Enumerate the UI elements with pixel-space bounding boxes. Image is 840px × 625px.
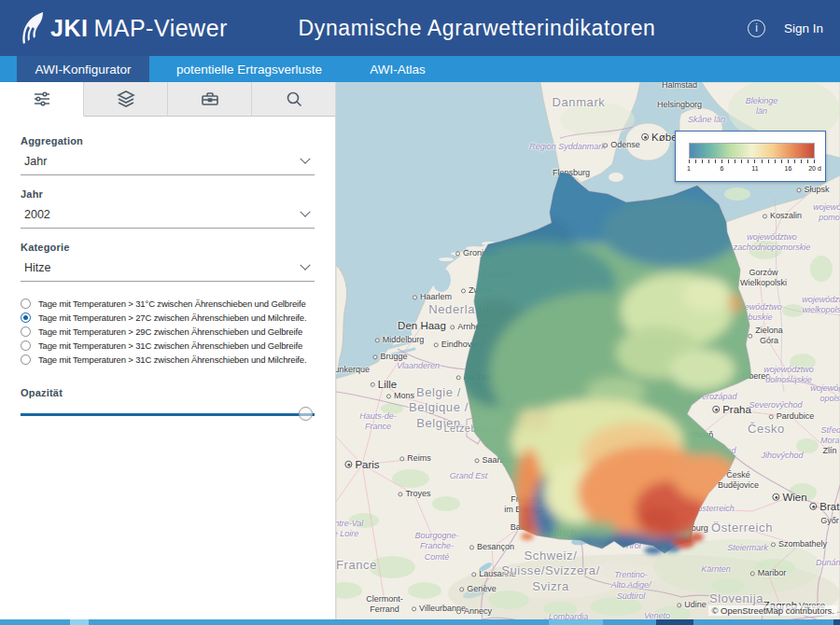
tab-filter-settings[interactable] <box>0 82 84 117</box>
city-dot-icon <box>399 457 404 462</box>
map-label: Koszalin <box>763 211 802 221</box>
city-dot-icon <box>677 604 681 608</box>
map-label: Bratislava <box>809 500 840 513</box>
radio-circle <box>21 299 31 309</box>
map-label: Skåne län <box>688 115 725 125</box>
map-label: Region Syddanmark <box>529 142 606 152</box>
map-label: Tirol <box>624 541 640 551</box>
indicator-radio-group: Tage mit Temperaturen > 31°C zwischen Äh… <box>21 299 315 365</box>
map-label: Basel <box>511 522 532 533</box>
city-dot-icon <box>733 276 737 281</box>
map-label: Halmstad <box>662 82 697 91</box>
map-label: Zwolle <box>461 285 493 296</box>
city-dot-icon <box>539 531 544 535</box>
map-label: Lausanne <box>471 569 516 579</box>
kategorie-field: Kategorie Hitze <box>21 242 315 282</box>
timeline-segment <box>549 619 603 625</box>
map-label: Pardubice <box>769 411 815 422</box>
tab-awi-atlas[interactable]: AWI-Atlas <box>349 56 446 82</box>
map-label: Letzebuerg <box>443 423 498 436</box>
toolbox-icon <box>201 90 219 108</box>
city-ring-icon <box>641 133 649 141</box>
map-label: Paris <box>344 458 379 471</box>
info-icon[interactable]: i <box>748 20 765 37</box>
map-label: Szombathely <box>771 539 827 549</box>
map-label: Blekinge län <box>746 96 778 118</box>
map-label: Brugge <box>372 352 407 362</box>
kategorie-select[interactable]: Hitze <box>21 253 315 282</box>
city-dot-icon <box>372 355 377 360</box>
aggregation-select[interactable]: Jahr <box>21 146 315 175</box>
header-actions: i Sign In <box>748 0 823 56</box>
map-label: Assen <box>481 270 511 280</box>
brand-name: JKI <box>50 15 88 42</box>
jahr-select[interactable]: 2002 <box>21 200 315 229</box>
tab-toolbox[interactable] <box>168 82 252 117</box>
filter-panel: Aggregation Jahr Jahr 2002 Kategorie Hit… <box>0 117 335 422</box>
sliders-icon <box>33 90 51 108</box>
city-dot-icon <box>748 334 752 339</box>
radio-option-5[interactable]: Tage mit Temperaturen > 31C zwischen Ähr… <box>21 354 315 365</box>
jahr-value: 2002 <box>24 208 50 221</box>
map-label: Zlín <box>822 446 836 456</box>
radio-option-4[interactable]: Tage mit Temperaturen > 31C zwischen Ähr… <box>21 340 315 351</box>
timeline-bar[interactable] <box>0 619 840 625</box>
jahr-label: Jahr <box>21 188 315 200</box>
map-label: Střední Morava <box>820 425 840 447</box>
city-dot-icon <box>456 376 461 381</box>
legend: 16111620 d <box>675 131 826 182</box>
legend-tick-labels: 16111620 d <box>689 165 815 174</box>
aggregation-value: Jahr <box>24 155 47 168</box>
city-dot-icon <box>763 215 767 219</box>
city-dot-icon <box>474 459 479 464</box>
city-dot-icon <box>386 395 391 399</box>
city-dot-icon <box>771 543 776 548</box>
city-dot-icon <box>750 572 755 576</box>
radio-option-1[interactable]: Tage mit Temperaturen > 31°C zwischen Äh… <box>21 299 315 309</box>
tab-potentielle-ertragsverluste[interactable]: potentielle Ertragsverluste <box>149 56 349 82</box>
map-label: Arnhem <box>450 322 487 332</box>
radio-option-2[interactable]: Tage mit Temperaturen > 27C zwischen Ähr… <box>21 312 315 323</box>
opacity-slider-track[interactable] <box>21 413 315 417</box>
opacity-slider-handle[interactable] <box>299 407 313 421</box>
city-ring-icon <box>772 493 779 501</box>
opacity-label: Opazität <box>21 387 315 398</box>
map-label: Zielona Góra <box>748 326 783 347</box>
sign-in-button[interactable]: Sign In <box>784 21 823 35</box>
map-label: Gorzów Wielkopolski <box>733 268 787 289</box>
city-dot-icon <box>769 415 774 420</box>
search-icon <box>285 90 303 108</box>
city-dot-icon <box>471 573 476 577</box>
map-label: Eindhoven <box>434 340 482 350</box>
tab-awi-konfigurator[interactable]: AWI-Konfigurator <box>17 56 149 82</box>
map-viewport[interactable]: DanmarkHalmstadHelsingborgBlekinge länSk… <box>336 82 840 625</box>
map-label: Severovýchod <box>749 400 802 410</box>
city-dot-icon <box>796 188 801 193</box>
tab-search[interactable] <box>252 82 335 117</box>
map-label: Freiburg im Breisgau <box>504 494 549 516</box>
chevron-down-icon <box>300 260 310 271</box>
city-dot-icon <box>481 273 485 278</box>
map-label: Genève <box>459 584 497 594</box>
radio-option-3[interactable]: Tage mit Temperaturen > 29C zwischen Ähr… <box>21 326 315 337</box>
map-label: Trentino- Alto Adige/ Südtirol <box>610 570 651 602</box>
map-label: Besançon <box>469 542 514 552</box>
map-label: Severozápad <box>687 392 736 402</box>
radio-circle <box>21 326 31 337</box>
map-label: Steiermark <box>727 543 768 553</box>
opacity-slider[interactable] <box>21 407 315 422</box>
sidebar: Aggregation Jahr Jahr 2002 Kategorie Hit… <box>0 82 336 625</box>
aggregation-field: Aggregation Jahr <box>21 135 315 175</box>
tab-layers[interactable] <box>84 82 168 117</box>
map-label: Bourgogne- Franche- Comté <box>414 531 458 562</box>
city-dot-icon <box>413 296 417 300</box>
app-window: JKI MAP-Viewer Dynamische Agrarwetterind… <box>0 0 840 625</box>
city-ring-icon <box>809 503 817 510</box>
kategorie-value: Hitze <box>24 261 50 274</box>
city-ring-icon <box>344 461 352 468</box>
timeline-segment <box>70 619 89 625</box>
map-label: Slovenija <box>709 591 763 606</box>
chevron-down-icon <box>300 207 310 217</box>
feather-logo-icon <box>19 10 47 46</box>
map-label: Danmark <box>553 95 606 110</box>
